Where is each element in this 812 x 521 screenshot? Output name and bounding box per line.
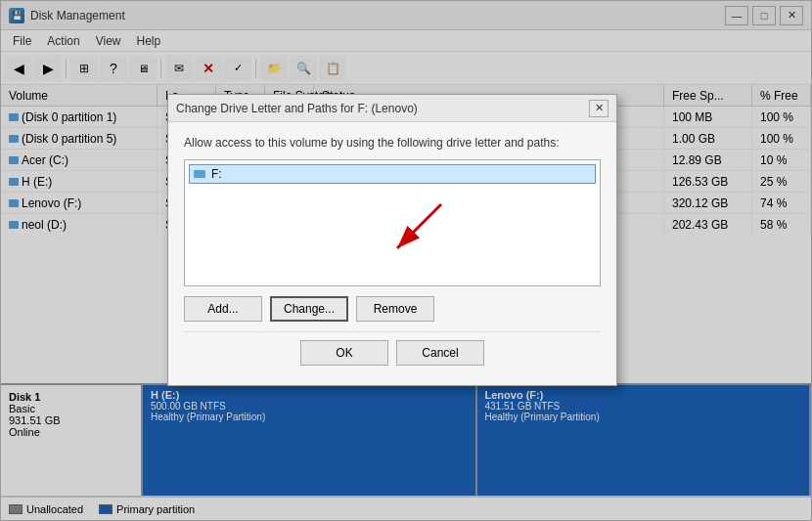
dialog-body: Allow access to this volume by using the… [168,122,616,385]
dialog-title-bar: Change Drive Letter and Paths for F: (Le… [168,95,616,122]
dialog-title: Change Drive Letter and Paths for F: (Le… [176,102,589,115]
ok-button[interactable]: OK [300,340,388,366]
change-button[interactable]: Change... [270,296,348,322]
svg-line-1 [397,204,441,248]
change-drive-letter-dialog: Change Drive Letter and Paths for F: (Le… [167,94,617,386]
dialog-description: Allow access to this volume by using the… [184,136,601,150]
remove-button[interactable]: Remove [356,296,434,322]
listbox-item-label: F: [211,167,222,181]
red-arrow-annotation [363,195,451,266]
main-window: 💾 Disk Management — □ ✕ File Action View… [0,0,812,521]
dialog-close-button[interactable]: ✕ [589,100,609,117]
listbox-item-f[interactable]: F: [189,164,596,184]
drive-icon [194,170,205,178]
arrow-svg [363,195,451,263]
cancel-button[interactable]: Cancel [396,340,484,366]
dialog-action-buttons: Add... Change... Remove [184,296,601,322]
dialog-confirm-buttons: OK Cancel [184,331,601,375]
dialog-listbox[interactable]: F: [184,159,601,286]
add-button[interactable]: Add... [184,296,262,322]
